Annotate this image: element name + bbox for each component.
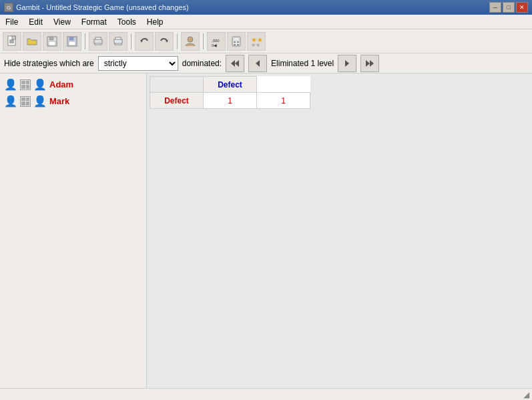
main-content: 👤 👤 Adam 👤 👤 Mark De	[0, 73, 532, 388]
svg-rect-9	[69, 37, 73, 40]
svg-rect-25	[237, 41, 239, 43]
svg-rect-7	[49, 41, 55, 45]
player-mark-row[interactable]: 👤 👤 Mark	[3, 93, 144, 110]
hide-strategies-label: Hide strategies which are	[4, 59, 94, 68]
print2-button[interactable]	[109, 32, 127, 51]
player-adam-row[interactable]: 👤 👤 Adam	[3, 76, 144, 93]
toolbar-sep-1	[85, 33, 85, 49]
person2-mark-icon: 👤	[33, 95, 47, 108]
game-table: Defect Defect 1 1	[150, 76, 310, 109]
undo-button[interactable]	[135, 32, 154, 51]
save-button[interactable]	[43, 32, 61, 51]
svg-text:★★: ★★	[251, 42, 260, 47]
dominated-label: dominated:	[182, 59, 222, 68]
grid-adam-icon	[20, 79, 31, 90]
status-bar: ◢	[0, 388, 532, 400]
open-button[interactable]	[23, 32, 41, 51]
calc-icon	[230, 35, 242, 47]
last-icon	[364, 57, 376, 69]
svg-rect-16	[114, 39, 122, 43]
stars-button[interactable]: ★★ ★★	[247, 32, 266, 51]
left-panel: 👤 👤 Adam 👤 👤 Mark	[0, 73, 147, 388]
svg-marker-17	[140, 40, 143, 43]
menu-bar: File Edit View Format Tools Help	[0, 15, 532, 29]
window-title: Gambit - Untitled Strategic Game (unsave…	[16, 3, 189, 11]
menu-view[interactable]: View	[48, 15, 76, 29]
svg-rect-27	[237, 44, 239, 45]
adam-name: Adam	[49, 79, 73, 89]
svg-rect-13	[94, 39, 102, 43]
game-area: Defect Defect 1 1	[147, 73, 532, 388]
next-level-button[interactable]	[338, 55, 356, 72]
last-level-button[interactable]	[360, 55, 379, 72]
minimize-button[interactable]: ─	[489, 2, 501, 13]
cell-1-2: 1	[257, 93, 310, 109]
svg-rect-10	[69, 41, 75, 45]
first-icon	[229, 57, 241, 69]
svg-marker-32	[256, 60, 260, 67]
open-icon	[26, 35, 38, 47]
toolbar-sep-3	[177, 33, 178, 49]
toolbar-sep-2	[131, 33, 131, 49]
strategy-bar: Hide strategies which are strictly weakl…	[0, 53, 532, 73]
maximize-button[interactable]: □	[503, 2, 515, 13]
svg-rect-24	[234, 41, 236, 43]
app-icon: G	[4, 3, 13, 12]
svg-marker-31	[235, 60, 239, 67]
calc-button[interactable]	[227, 32, 246, 51]
table-row: Defect 1 1	[150, 93, 310, 109]
cell-1-1: 1	[204, 93, 257, 109]
col-header-defect: Defect	[204, 77, 257, 93]
new-button[interactable]	[3, 32, 21, 51]
svg-rect-1	[12, 36, 15, 39]
svg-rect-26	[234, 44, 236, 45]
menu-format[interactable]: Format	[76, 15, 112, 29]
stars-icon: ★★ ★★	[250, 35, 262, 47]
prev-icon	[252, 57, 264, 69]
person-mark-icon: 👤	[4, 95, 17, 108]
window-controls: ─ □ ✕	[489, 2, 528, 13]
svg-rect-6	[49, 37, 53, 40]
row-header-defect: Defect	[150, 93, 204, 109]
svg-text:0◀: 0◀	[212, 43, 217, 47]
print-button[interactable]	[89, 32, 107, 51]
toolbar: .000 0◀ ★★ ★★	[0, 29, 532, 53]
svg-marker-30	[231, 60, 235, 67]
svg-marker-33	[345, 60, 349, 67]
menu-file[interactable]: File	[0, 15, 23, 29]
menu-help[interactable]: Help	[142, 15, 169, 29]
game-table-wrapper: Defect Defect 1 1	[147, 73, 532, 112]
close-button[interactable]: ✕	[516, 2, 528, 13]
user-icon	[184, 35, 196, 47]
svg-point-19	[188, 37, 193, 42]
toolbar-sep-4	[203, 33, 204, 49]
svg-marker-35	[370, 60, 374, 67]
new-icon	[6, 35, 18, 47]
undo-icon	[138, 35, 150, 47]
mark-name: Mark	[49, 96, 69, 106]
grid-mark-icon	[20, 96, 31, 107]
save-icon	[46, 35, 58, 47]
save-as-icon	[66, 35, 78, 47]
next-icon	[341, 57, 353, 69]
strategy-select[interactable]: strictly weakly	[98, 56, 178, 71]
numbers-icon: .000 0◀	[210, 35, 222, 47]
redo-button[interactable]	[155, 32, 174, 51]
person2-adam-icon: 👤	[33, 78, 47, 91]
print-icon	[92, 35, 104, 47]
numbers-button[interactable]: .000 0◀	[207, 32, 226, 51]
person-adam-icon: 👤	[4, 78, 17, 91]
resize-grip: ◢	[523, 390, 529, 399]
user-button[interactable]	[181, 32, 200, 51]
eliminated-label: Eliminated 1 level	[271, 59, 334, 68]
save-as-button[interactable]	[63, 32, 81, 51]
first-level-button[interactable]	[226, 55, 244, 72]
print2-icon	[112, 35, 124, 47]
prev-level-button[interactable]	[248, 55, 267, 72]
title-bar: G Gambit - Untitled Strategic Game (unsa…	[0, 0, 532, 15]
menu-edit[interactable]: Edit	[23, 15, 48, 29]
svg-marker-34	[366, 60, 370, 67]
svg-rect-23	[234, 38, 239, 40]
menu-tools[interactable]: Tools	[112, 15, 142, 29]
redo-icon	[158, 35, 170, 47]
